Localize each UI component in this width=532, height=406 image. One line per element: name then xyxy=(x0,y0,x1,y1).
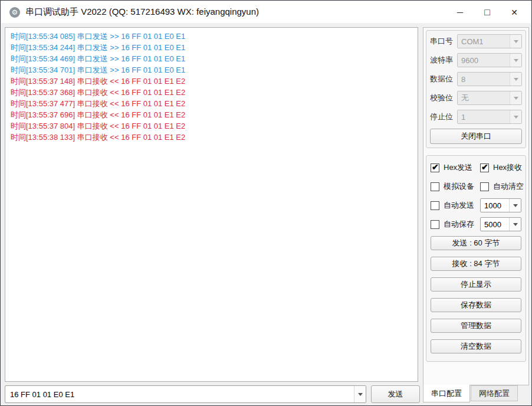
log-line: 时间[13:55:34 701] 串口发送 >> 16 FF 01 01 E0 … xyxy=(11,64,414,76)
setting-row-parity: 校验位 无 xyxy=(430,91,522,105)
setting-row-databits: 数据位 8 xyxy=(430,72,522,86)
auto-send-interval-select[interactable]: 1000 xyxy=(480,198,521,212)
options-group: Hex发送 Hex接收 模拟设备 自动清空 xyxy=(426,155,526,362)
checkbox-auto-send[interactable]: 自动发送 xyxy=(431,200,480,211)
chevron-down-icon xyxy=(509,199,521,212)
chevron-down-icon xyxy=(510,110,521,123)
checkbox-box xyxy=(480,182,489,191)
log-line: 时间[13:55:38 133] 串口接收 << 16 FF 01 01 E1 … xyxy=(11,132,414,143)
log-line: 时间[13:55:37 477] 串口接收 << 16 FF 01 01 E1 … xyxy=(11,98,414,109)
log-line: 时间[13:55:37 696] 串口接收 << 16 FF 01 01 E1 … xyxy=(11,109,414,120)
baud-select[interactable]: 9600 xyxy=(457,53,522,67)
checkbox-label: 自动发送 xyxy=(444,200,474,211)
checkbox-simulate-device[interactable]: 模拟设备 xyxy=(431,181,480,192)
app-window: ⚙ 串口调试助手 V2022 (QQ: 517216493 WX: feiyan… xyxy=(0,0,532,406)
clear-data-button[interactable]: 清空数据 xyxy=(431,339,521,353)
sent-bytes-counter-button[interactable]: 发送 : 60 字节 xyxy=(431,236,521,250)
checkbox-box xyxy=(431,182,439,191)
checkbox-auto-clear[interactable]: 自动清空 xyxy=(480,181,530,192)
stopbits-select[interactable]: 1 xyxy=(457,110,522,124)
auto-save-interval-select[interactable]: 5000 xyxy=(480,217,521,231)
auto-save-interval-value: 5000 xyxy=(481,218,509,231)
stopbits-label: 停止位 xyxy=(430,112,457,122)
databits-select[interactable]: 8 xyxy=(457,72,522,86)
send-data-combobox xyxy=(5,385,366,403)
checkbox-box xyxy=(431,201,439,210)
checkbox-hex-receive[interactable]: Hex接收 xyxy=(480,162,530,173)
serial-settings-group: 串口号 COM1 波特率 9600 数据位 8 xyxy=(426,30,526,148)
parity-value: 无 xyxy=(458,91,510,104)
chevron-down-icon xyxy=(510,35,521,48)
received-bytes-counter-button[interactable]: 接收 : 84 字节 xyxy=(431,257,521,271)
setting-row-port: 串口号 COM1 xyxy=(430,34,522,48)
gear-icon: ⚙ xyxy=(9,7,20,18)
minimize-button[interactable]: ─ xyxy=(446,1,474,23)
send-button[interactable]: 发送 xyxy=(371,385,420,403)
log-line: 时间[13:55:34 244] 串口发送 >> 16 FF 01 01 E0 … xyxy=(11,42,414,53)
checkbox-label: 模拟设备 xyxy=(444,181,474,192)
parity-label: 校验位 xyxy=(430,93,457,103)
log-line: 时间[13:55:37 368] 串口接收 << 16 FF 01 01 E1 … xyxy=(11,87,414,98)
auto-send-row: 自动发送 1000 xyxy=(431,198,521,212)
port-select[interactable]: COM1 xyxy=(457,34,522,48)
baud-value: 9600 xyxy=(458,54,510,67)
hex-row: Hex发送 Hex接收 xyxy=(431,161,521,175)
chevron-down-icon xyxy=(510,73,521,86)
port-value: COM1 xyxy=(458,35,510,48)
chevron-down-icon xyxy=(509,218,521,231)
save-data-button[interactable]: 保存数据 xyxy=(431,298,521,312)
close-button[interactable]: ✕ xyxy=(501,1,528,23)
window-controls: ─ □ ✕ xyxy=(446,1,531,23)
databits-label: 数据位 xyxy=(430,74,457,84)
setting-row-stopbits: 停止位 1 xyxy=(430,110,522,124)
tab-serial-config[interactable]: 串口配置 xyxy=(423,385,470,402)
combo-dropdown-button[interactable] xyxy=(354,386,366,402)
window-title: 串口调试助手 V2022 (QQ: 517216493 WX: feiyangq… xyxy=(25,6,446,18)
checkbox-label: 自动保存 xyxy=(444,219,474,230)
checkbox-label: Hex发送 xyxy=(444,162,472,173)
log-line: 时间[13:55:37 804] 串口接收 << 16 FF 01 01 E1 … xyxy=(11,120,414,132)
auto-save-row: 自动保存 5000 xyxy=(431,217,521,231)
checkbox-label: 自动清空 xyxy=(493,181,524,192)
sim-clear-row: 模拟设备 自动清空 xyxy=(431,179,521,194)
maximize-button[interactable]: □ xyxy=(474,1,501,23)
setting-row-baud: 波特率 9600 xyxy=(430,53,522,67)
log-area[interactable]: 时间[13:55:34 085] 串口发送 >> 16 FF 01 01 E0 … xyxy=(5,27,418,382)
checkbox-box xyxy=(480,163,489,172)
send-data-input[interactable] xyxy=(5,386,354,402)
auto-send-interval-value: 1000 xyxy=(481,199,509,212)
chevron-down-icon xyxy=(510,54,521,67)
serial-config-pane: 串口号 COM1 波特率 9600 数据位 8 xyxy=(423,27,529,385)
databits-value: 8 xyxy=(458,73,510,86)
chevron-down-icon xyxy=(510,91,521,104)
port-label: 串口号 xyxy=(430,36,457,47)
checkbox-box xyxy=(431,163,439,172)
stop-display-button[interactable]: 停止显示 xyxy=(431,277,521,292)
checkbox-label: Hex接收 xyxy=(493,162,522,173)
baud-label: 波特率 xyxy=(430,55,457,66)
close-port-button[interactable]: 关闭串口 xyxy=(430,129,522,144)
parity-select[interactable]: 无 xyxy=(457,91,522,105)
titlebar: ⚙ 串口调试助手 V2022 (QQ: 517216493 WX: feiyan… xyxy=(1,1,531,23)
checkbox-box xyxy=(431,220,439,229)
checkbox-auto-save[interactable]: 自动保存 xyxy=(431,219,480,230)
log-line: 时间[13:55:34 469] 串口发送 >> 16 FF 01 01 E0 … xyxy=(11,53,414,64)
checkbox-hex-send[interactable]: Hex发送 xyxy=(431,162,480,173)
manage-data-button[interactable]: 管理数据 xyxy=(431,319,521,333)
log-line: 时间[13:55:37 148] 串口接收 << 16 FF 01 01 E1 … xyxy=(11,76,414,87)
log-line: 时间[13:55:34 085] 串口发送 >> 16 FF 01 01 E0 … xyxy=(11,31,414,42)
stopbits-value: 1 xyxy=(458,110,510,123)
tab-network-config[interactable]: 网络配置 xyxy=(471,385,518,401)
